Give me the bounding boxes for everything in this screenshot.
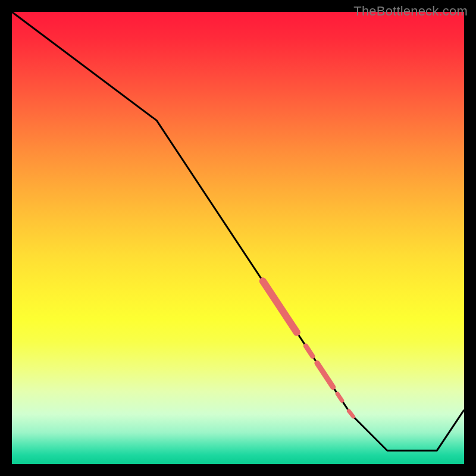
watermark-label: TheBottleneck.com [353,4,468,19]
marker-segment [306,346,312,356]
marker-segment [263,281,297,332]
chart-svg [12,12,464,464]
marker-segment [317,363,333,387]
chart-canvas [12,12,464,464]
data-line [12,12,464,450]
marker-segment [337,394,342,400]
marker-segment [349,411,353,417]
